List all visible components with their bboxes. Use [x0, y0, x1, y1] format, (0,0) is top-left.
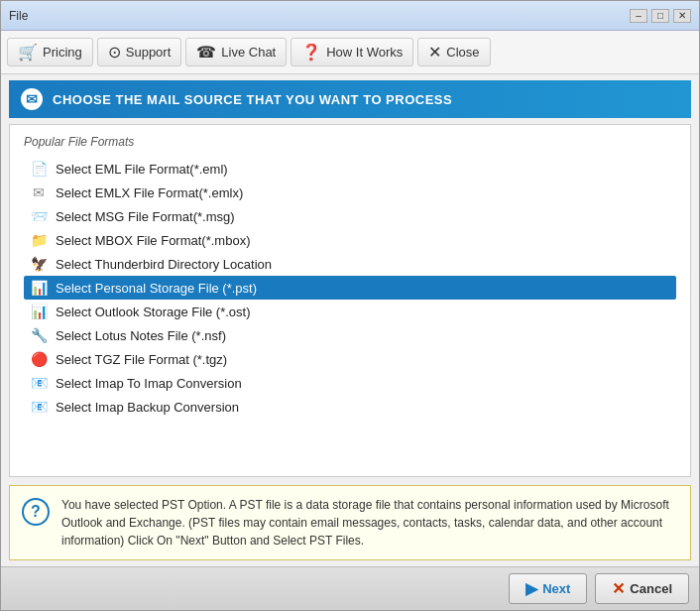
question-icon: ❓ [301, 43, 321, 61]
format-list: 📄 Select EML File Format(*.eml) ✉ Select… [24, 157, 676, 419]
lotus-label: Select Lotus Notes File (*.nsf) [56, 328, 226, 343]
cancel-button[interactable]: ✕ Cancel [595, 573, 689, 604]
tgz-label: Select TGZ File Format (*.tgz) [56, 352, 227, 367]
close-label: Close [446, 45, 479, 60]
imap-backup-label: Select Imap Backup Conversion [56, 400, 239, 415]
format-box: Popular File Formats 📄 Select EML File F… [9, 124, 691, 477]
list-item[interactable]: 🔴 Select TGZ File Format (*.tgz) [24, 347, 676, 371]
footer: ▶ Next ✕ Cancel [1, 566, 699, 610]
how-it-works-label: How It Works [326, 45, 403, 60]
title-bar: File – □ ✕ [1, 1, 699, 31]
ost-icon: 📊 [30, 303, 48, 320]
maximize-button[interactable]: □ [651, 9, 669, 23]
support-icon: ⊙ [108, 43, 121, 61]
mbox-icon: 📁 [30, 231, 48, 249]
next-icon: ▶ [525, 579, 537, 598]
close-x-icon: ✕ [428, 43, 441, 61]
support-button[interactable]: ⊙ Support [97, 38, 182, 66]
list-item[interactable]: 🦅 Select Thunderbird Directory Location [24, 252, 676, 276]
support-label: Support [126, 45, 172, 60]
imap-icon: 📧 [30, 374, 48, 392]
pricing-label: Pricing [43, 45, 82, 60]
thunderbird-icon: 🦅 [30, 255, 48, 273]
emlx-label: Select EMLX File Format(*.emlx) [56, 185, 243, 200]
eml-label: Select EML File Format(*.eml) [56, 162, 228, 177]
next-label: Next [542, 581, 570, 596]
imap-backup-icon: 📧 [30, 398, 48, 416]
pricing-icon: 🛒 [18, 43, 38, 61]
info-box: ? You have selected PST Option. A PST fi… [9, 485, 691, 560]
toolbar: 🛒 Pricing ⊙ Support ☎ Live Chat ❓ How It… [1, 31, 699, 74]
main-content: Popular File Formats 📄 Select EML File F… [1, 118, 699, 477]
msg-icon: 📨 [30, 207, 48, 225]
list-item[interactable]: 📊 Select Outlook Storage File (*.ost) [24, 300, 676, 323]
minimize-button[interactable]: – [630, 9, 647, 23]
live-chat-label: Live Chat [221, 45, 276, 60]
section-header: ✉ CHOOSE THE MAIL SOURCE THAT YOU WANT T… [9, 80, 691, 118]
pst-label: Select Personal Storage File (*.pst) [56, 281, 257, 296]
lotus-icon: 🔧 [30, 326, 48, 344]
next-button[interactable]: ▶ Next [509, 573, 587, 604]
eml-icon: 📄 [30, 160, 48, 178]
cancel-label: Cancel [630, 581, 672, 596]
live-chat-button[interactable]: ☎ Live Chat [185, 38, 287, 66]
close-button[interactable]: ✕ [673, 9, 691, 23]
imap-label: Select Imap To Imap Conversion [56, 376, 242, 391]
list-item[interactable]: 🔧 Select Lotus Notes File (*.nsf) [24, 323, 676, 347]
list-item-pst[interactable]: 📊 Select Personal Storage File (*.pst) [24, 276, 676, 300]
mail-icon: ✉ [21, 88, 43, 110]
ost-label: Select Outlook Storage File (*.ost) [56, 305, 251, 319]
mbox-label: Select MBOX File Format(*.mbox) [56, 233, 251, 248]
list-item[interactable]: 📨 Select MSG File Format(*.msg) [24, 204, 676, 228]
info-icon: ? [22, 498, 50, 526]
window-title: File [9, 9, 28, 23]
list-item[interactable]: ✉ Select EMLX File Format(*.emlx) [24, 181, 676, 204]
info-text: You have selected PST Option. A PST file… [61, 496, 678, 550]
list-item[interactable]: 📁 Select MBOX File Format(*.mbox) [24, 228, 676, 252]
section-title: CHOOSE THE MAIL SOURCE THAT YOU WANT TO … [53, 92, 452, 107]
how-it-works-button[interactable]: ❓ How It Works [291, 38, 413, 66]
app-window: File – □ ✕ 🛒 Pricing ⊙ Support ☎ Live Ch… [0, 0, 700, 611]
list-item[interactable]: 📄 Select EML File Format(*.eml) [24, 157, 676, 181]
thunderbird-label: Select Thunderbird Directory Location [56, 257, 272, 272]
phone-icon: ☎ [196, 43, 216, 61]
pst-icon: 📊 [30, 279, 48, 297]
tgz-icon: 🔴 [30, 350, 48, 368]
pricing-button[interactable]: 🛒 Pricing [7, 38, 93, 66]
format-label: Popular File Formats [24, 135, 676, 149]
msg-label: Select MSG File Format(*.msg) [56, 209, 235, 224]
list-item[interactable]: 📧 Select Imap Backup Conversion [24, 395, 676, 419]
emlx-icon: ✉ [30, 183, 48, 201]
close-toolbar-button[interactable]: ✕ Close [417, 38, 490, 66]
cancel-icon: ✕ [612, 579, 625, 598]
list-item[interactable]: 📧 Select Imap To Imap Conversion [24, 371, 676, 395]
window-controls: – □ ✕ [630, 9, 691, 23]
